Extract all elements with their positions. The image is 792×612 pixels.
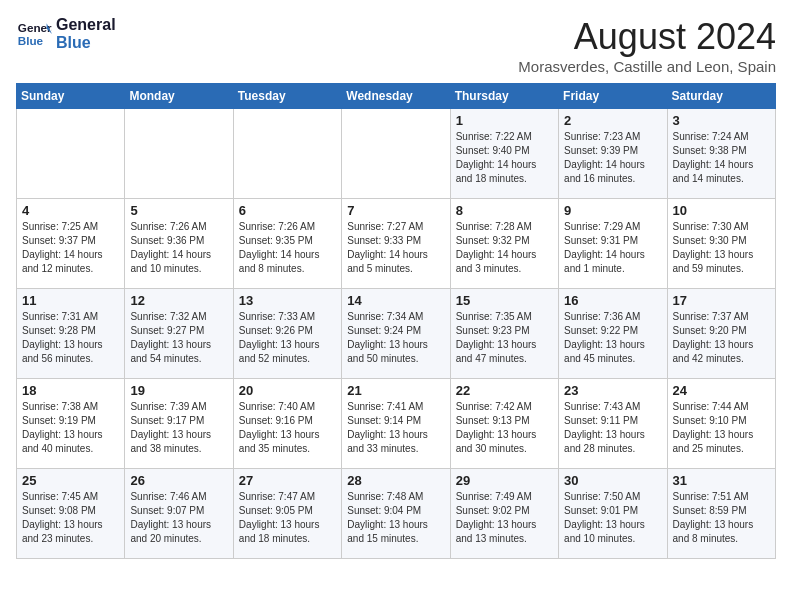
calendar-cell: 19Sunrise: 7:39 AM Sunset: 9:17 PM Dayli…: [125, 379, 233, 469]
calendar-cell: 29Sunrise: 7:49 AM Sunset: 9:02 PM Dayli…: [450, 469, 558, 559]
logo-icon: General Blue: [16, 16, 52, 52]
day-info: Sunrise: 7:40 AM Sunset: 9:16 PM Dayligh…: [239, 400, 336, 456]
day-number: 1: [456, 113, 553, 128]
day-number: 24: [673, 383, 770, 398]
day-info: Sunrise: 7:35 AM Sunset: 9:23 PM Dayligh…: [456, 310, 553, 366]
calendar-cell: 9Sunrise: 7:29 AM Sunset: 9:31 PM Daylig…: [559, 199, 667, 289]
calendar-week-2: 4Sunrise: 7:25 AM Sunset: 9:37 PM Daylig…: [17, 199, 776, 289]
day-info: Sunrise: 7:38 AM Sunset: 9:19 PM Dayligh…: [22, 400, 119, 456]
calendar-week-5: 25Sunrise: 7:45 AM Sunset: 9:08 PM Dayli…: [17, 469, 776, 559]
day-info: Sunrise: 7:30 AM Sunset: 9:30 PM Dayligh…: [673, 220, 770, 276]
day-info: Sunrise: 7:41 AM Sunset: 9:14 PM Dayligh…: [347, 400, 444, 456]
calendar-cell: 18Sunrise: 7:38 AM Sunset: 9:19 PM Dayli…: [17, 379, 125, 469]
calendar-cell: 30Sunrise: 7:50 AM Sunset: 9:01 PM Dayli…: [559, 469, 667, 559]
weekday-header-row: SundayMondayTuesdayWednesdayThursdayFrid…: [17, 84, 776, 109]
day-info: Sunrise: 7:49 AM Sunset: 9:02 PM Dayligh…: [456, 490, 553, 546]
day-number: 23: [564, 383, 661, 398]
day-info: Sunrise: 7:25 AM Sunset: 9:37 PM Dayligh…: [22, 220, 119, 276]
day-number: 22: [456, 383, 553, 398]
day-info: Sunrise: 7:37 AM Sunset: 9:20 PM Dayligh…: [673, 310, 770, 366]
day-info: Sunrise: 7:22 AM Sunset: 9:40 PM Dayligh…: [456, 130, 553, 186]
calendar-cell: [17, 109, 125, 199]
day-number: 9: [564, 203, 661, 218]
day-number: 3: [673, 113, 770, 128]
day-info: Sunrise: 7:46 AM Sunset: 9:07 PM Dayligh…: [130, 490, 227, 546]
day-number: 10: [673, 203, 770, 218]
calendar-cell: 16Sunrise: 7:36 AM Sunset: 9:22 PM Dayli…: [559, 289, 667, 379]
day-number: 29: [456, 473, 553, 488]
day-info: Sunrise: 7:23 AM Sunset: 9:39 PM Dayligh…: [564, 130, 661, 186]
calendar-cell: 23Sunrise: 7:43 AM Sunset: 9:11 PM Dayli…: [559, 379, 667, 469]
calendar-cell: 7Sunrise: 7:27 AM Sunset: 9:33 PM Daylig…: [342, 199, 450, 289]
calendar-cell: 14Sunrise: 7:34 AM Sunset: 9:24 PM Dayli…: [342, 289, 450, 379]
calendar-cell: 8Sunrise: 7:28 AM Sunset: 9:32 PM Daylig…: [450, 199, 558, 289]
weekday-header-friday: Friday: [559, 84, 667, 109]
day-number: 2: [564, 113, 661, 128]
calendar-cell: [125, 109, 233, 199]
day-info: Sunrise: 7:28 AM Sunset: 9:32 PM Dayligh…: [456, 220, 553, 276]
day-number: 12: [130, 293, 227, 308]
calendar-cell: 24Sunrise: 7:44 AM Sunset: 9:10 PM Dayli…: [667, 379, 775, 469]
logo-blue-text: Blue: [56, 34, 116, 52]
calendar-cell: [233, 109, 341, 199]
day-number: 27: [239, 473, 336, 488]
calendar-cell: 11Sunrise: 7:31 AM Sunset: 9:28 PM Dayli…: [17, 289, 125, 379]
logo-text: General: [56, 16, 116, 34]
day-number: 21: [347, 383, 444, 398]
svg-text:Blue: Blue: [18, 34, 44, 47]
calendar-week-3: 11Sunrise: 7:31 AM Sunset: 9:28 PM Dayli…: [17, 289, 776, 379]
calendar-cell: 5Sunrise: 7:26 AM Sunset: 9:36 PM Daylig…: [125, 199, 233, 289]
month-year-title: August 2024: [518, 16, 776, 58]
day-info: Sunrise: 7:39 AM Sunset: 9:17 PM Dayligh…: [130, 400, 227, 456]
calendar-cell: 6Sunrise: 7:26 AM Sunset: 9:35 PM Daylig…: [233, 199, 341, 289]
calendar-cell: 1Sunrise: 7:22 AM Sunset: 9:40 PM Daylig…: [450, 109, 558, 199]
day-info: Sunrise: 7:24 AM Sunset: 9:38 PM Dayligh…: [673, 130, 770, 186]
day-info: Sunrise: 7:26 AM Sunset: 9:35 PM Dayligh…: [239, 220, 336, 276]
calendar-cell: 22Sunrise: 7:42 AM Sunset: 9:13 PM Dayli…: [450, 379, 558, 469]
calendar-cell: [342, 109, 450, 199]
day-info: Sunrise: 7:48 AM Sunset: 9:04 PM Dayligh…: [347, 490, 444, 546]
day-info: Sunrise: 7:29 AM Sunset: 9:31 PM Dayligh…: [564, 220, 661, 276]
day-number: 5: [130, 203, 227, 218]
calendar-cell: 20Sunrise: 7:40 AM Sunset: 9:16 PM Dayli…: [233, 379, 341, 469]
calendar-body: 1Sunrise: 7:22 AM Sunset: 9:40 PM Daylig…: [17, 109, 776, 559]
day-number: 4: [22, 203, 119, 218]
day-number: 8: [456, 203, 553, 218]
weekday-header-tuesday: Tuesday: [233, 84, 341, 109]
day-number: 14: [347, 293, 444, 308]
day-info: Sunrise: 7:51 AM Sunset: 8:59 PM Dayligh…: [673, 490, 770, 546]
day-info: Sunrise: 7:47 AM Sunset: 9:05 PM Dayligh…: [239, 490, 336, 546]
calendar-cell: 25Sunrise: 7:45 AM Sunset: 9:08 PM Dayli…: [17, 469, 125, 559]
calendar-cell: 26Sunrise: 7:46 AM Sunset: 9:07 PM Dayli…: [125, 469, 233, 559]
calendar-cell: 2Sunrise: 7:23 AM Sunset: 9:39 PM Daylig…: [559, 109, 667, 199]
calendar-cell: 12Sunrise: 7:32 AM Sunset: 9:27 PM Dayli…: [125, 289, 233, 379]
day-info: Sunrise: 7:32 AM Sunset: 9:27 PM Dayligh…: [130, 310, 227, 366]
day-number: 26: [130, 473, 227, 488]
calendar-week-1: 1Sunrise: 7:22 AM Sunset: 9:40 PM Daylig…: [17, 109, 776, 199]
calendar-cell: 4Sunrise: 7:25 AM Sunset: 9:37 PM Daylig…: [17, 199, 125, 289]
day-number: 17: [673, 293, 770, 308]
calendar-cell: 27Sunrise: 7:47 AM Sunset: 9:05 PM Dayli…: [233, 469, 341, 559]
calendar-table: SundayMondayTuesdayWednesdayThursdayFrid…: [16, 83, 776, 559]
weekday-header-sunday: Sunday: [17, 84, 125, 109]
day-number: 31: [673, 473, 770, 488]
calendar-cell: 28Sunrise: 7:48 AM Sunset: 9:04 PM Dayli…: [342, 469, 450, 559]
day-info: Sunrise: 7:33 AM Sunset: 9:26 PM Dayligh…: [239, 310, 336, 366]
weekday-header-wednesday: Wednesday: [342, 84, 450, 109]
day-number: 18: [22, 383, 119, 398]
calendar-cell: 15Sunrise: 7:35 AM Sunset: 9:23 PM Dayli…: [450, 289, 558, 379]
day-number: 28: [347, 473, 444, 488]
day-info: Sunrise: 7:43 AM Sunset: 9:11 PM Dayligh…: [564, 400, 661, 456]
calendar-cell: 31Sunrise: 7:51 AM Sunset: 8:59 PM Dayli…: [667, 469, 775, 559]
day-info: Sunrise: 7:45 AM Sunset: 9:08 PM Dayligh…: [22, 490, 119, 546]
day-info: Sunrise: 7:36 AM Sunset: 9:22 PM Dayligh…: [564, 310, 661, 366]
calendar-cell: 13Sunrise: 7:33 AM Sunset: 9:26 PM Dayli…: [233, 289, 341, 379]
weekday-header-thursday: Thursday: [450, 84, 558, 109]
day-info: Sunrise: 7:31 AM Sunset: 9:28 PM Dayligh…: [22, 310, 119, 366]
calendar-week-4: 18Sunrise: 7:38 AM Sunset: 9:19 PM Dayli…: [17, 379, 776, 469]
day-info: Sunrise: 7:34 AM Sunset: 9:24 PM Dayligh…: [347, 310, 444, 366]
day-number: 25: [22, 473, 119, 488]
calendar-cell: 3Sunrise: 7:24 AM Sunset: 9:38 PM Daylig…: [667, 109, 775, 199]
calendar-cell: 21Sunrise: 7:41 AM Sunset: 9:14 PM Dayli…: [342, 379, 450, 469]
day-number: 19: [130, 383, 227, 398]
